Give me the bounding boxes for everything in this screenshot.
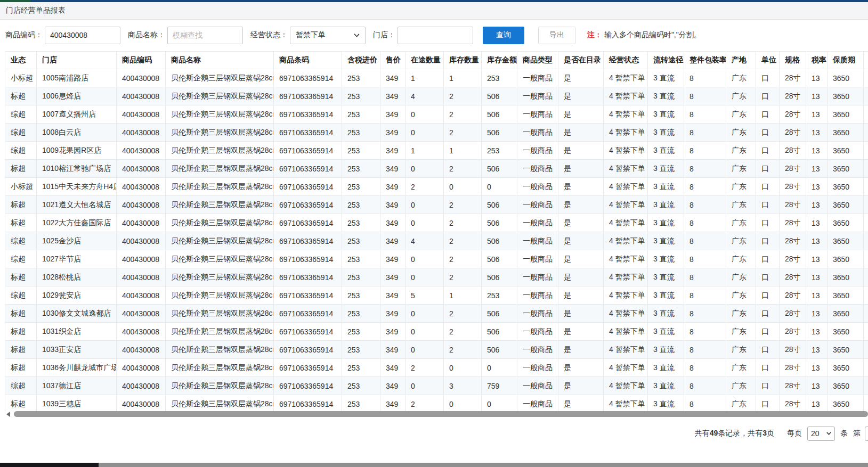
cell-clipped xyxy=(864,286,868,305)
cell-status: 4 暂禁下单 xyxy=(604,341,648,359)
cell-in_transit_qty: 0 xyxy=(405,105,444,124)
cell-price_with_tax: 253 xyxy=(342,377,380,395)
cell-clipped xyxy=(864,395,868,412)
cell-origin: 广东 xyxy=(726,305,756,323)
cell-status: 4 暂禁下单 xyxy=(604,178,648,196)
cell-circulation: 3 直流 xyxy=(648,250,684,268)
cell-barcode: 6971063365914 xyxy=(274,69,342,87)
cell-shelf_life: 3650 xyxy=(828,214,864,232)
bottom-bar-gray-segment[interactable] xyxy=(99,463,868,467)
cell-format: 标超 xyxy=(5,268,37,286)
business-status-selected-value: 暂禁下单 xyxy=(296,30,326,40)
table-row: 小标超1005南浦路店400430008贝伦斯企鹅三层钢双层蒸锅28cm6971… xyxy=(5,69,868,87)
cell-format: 综超 xyxy=(5,250,37,268)
cell-spec: 28寸 xyxy=(780,105,806,124)
cell-in_catalog: 是 xyxy=(558,395,604,412)
product-name-input[interactable] xyxy=(167,27,243,44)
cell-tax_rate: 13 xyxy=(806,286,828,305)
cell-stock_amount: 506 xyxy=(482,268,517,286)
cell-unit: 口 xyxy=(756,323,780,341)
cell-unit: 口 xyxy=(756,305,780,323)
cell-status: 4 暂禁下单 xyxy=(604,377,648,395)
cell-product_type: 一般商品 xyxy=(517,305,558,323)
cell-circulation: 3 直流 xyxy=(648,214,684,232)
column-header-tax_rate: 税率 xyxy=(806,52,828,69)
column-header-status: 经营状态 xyxy=(604,52,648,69)
column-header-in_catalog: 是否在目录 xyxy=(558,52,604,69)
cell-spec: 28寸 xyxy=(780,323,806,341)
cell-store: 1031织金店 xyxy=(37,323,117,341)
cell-circulation: 3 直流 xyxy=(648,323,684,341)
cell-unit: 口 xyxy=(756,395,780,412)
cell-format: 综超 xyxy=(5,142,37,160)
cell-price_with_tax: 253 xyxy=(342,124,380,142)
cell-barcode: 6971063365914 xyxy=(274,214,342,232)
cell-spec: 28寸 xyxy=(780,178,806,196)
cell-retail_price: 349 xyxy=(380,160,405,178)
horizontal-scrollbar[interactable] xyxy=(0,411,868,417)
cell-status: 4 暂禁下单 xyxy=(604,69,648,87)
cell-shelf_life: 3650 xyxy=(828,268,864,286)
cell-stock_qty: 2 xyxy=(444,196,482,214)
cell-spec: 28寸 xyxy=(780,69,806,87)
cell-retail_price: 349 xyxy=(380,359,405,377)
cell-format: 标超 xyxy=(5,196,37,214)
cell-product_type: 一般商品 xyxy=(517,124,558,142)
cell-status: 4 暂禁下单 xyxy=(604,142,648,160)
page-number-input[interactable] xyxy=(865,427,868,441)
cell-stock_qty: 0 xyxy=(444,359,482,377)
cell-stock_qty: 2 xyxy=(444,305,482,323)
cell-tax_rate: 13 xyxy=(806,305,828,323)
cell-price_with_tax: 253 xyxy=(342,305,380,323)
cell-product_name: 贝伦斯企鹅三层钢双层蒸锅28cm xyxy=(166,87,274,105)
cell-tax_rate: 13 xyxy=(806,105,828,124)
cell-shelf_life: 3650 xyxy=(828,341,864,359)
cell-in_transit_qty: 0 xyxy=(405,377,444,395)
store-input[interactable] xyxy=(398,27,473,44)
cell-product_code: 400430008 xyxy=(117,232,166,250)
column-header-store: 门店 xyxy=(37,52,117,69)
cell-price_with_tax: 253 xyxy=(342,142,380,160)
cell-product_code: 400430008 xyxy=(117,377,166,395)
page-size-select[interactable]: 20 xyxy=(807,427,835,441)
cell-shelf_life: 3650 xyxy=(828,105,864,124)
page-title: 门店经营单品报表 xyxy=(6,6,66,15)
cell-origin: 广东 xyxy=(726,377,756,395)
cell-stock_qty: 2 xyxy=(444,268,482,286)
cell-price_with_tax: 253 xyxy=(342,286,380,305)
cell-in_transit_qty: 1 xyxy=(405,142,444,160)
page-size-value: 20 xyxy=(811,429,820,438)
cell-retail_price: 349 xyxy=(380,268,405,286)
cell-in_catalog: 是 xyxy=(558,105,604,124)
cell-clipped xyxy=(864,87,868,105)
cell-spec: 28寸 xyxy=(780,160,806,178)
cell-store: 1037德江店 xyxy=(37,377,117,395)
cell-retail_price: 349 xyxy=(380,305,405,323)
cell-price_with_tax: 253 xyxy=(342,341,380,359)
cell-pack_rate: 8 xyxy=(684,142,726,160)
cell-store: 1030修文文城逸都店 xyxy=(37,305,117,323)
cell-circulation: 3 直流 xyxy=(648,160,684,178)
cell-origin: 广东 xyxy=(726,69,756,87)
scroll-left-arrow-icon[interactable] xyxy=(6,412,10,417)
export-button[interactable]: 导出 xyxy=(538,27,575,44)
cell-status: 4 暂禁下单 xyxy=(604,250,648,268)
product-code-input[interactable] xyxy=(45,27,120,44)
cell-shelf_life: 3650 xyxy=(828,250,864,268)
business-status-select[interactable]: 暂禁下单 xyxy=(290,27,366,44)
search-button[interactable]: 查询 xyxy=(483,27,524,44)
cell-stock_qty: 2 xyxy=(444,250,482,268)
cell-store: 1021遵义大恒名城店 xyxy=(37,196,117,214)
cell-tax_rate: 13 xyxy=(806,323,828,341)
cell-format: 综超 xyxy=(5,232,37,250)
cell-in_transit_qty: 2 xyxy=(405,178,444,196)
scrollbar-thumb[interactable] xyxy=(14,411,868,417)
cell-in_transit_qty: 0 xyxy=(405,124,444,142)
cell-clipped xyxy=(864,250,868,268)
cell-product_name: 贝伦斯企鹅三层钢双层蒸锅28cm xyxy=(166,341,274,359)
record-count: 49 xyxy=(710,429,718,437)
cell-in_catalog: 是 xyxy=(558,286,604,305)
cell-in_transit_qty: 0 xyxy=(405,250,444,268)
cell-circulation: 3 直流 xyxy=(648,305,684,323)
cell-stock_amount: 506 xyxy=(482,124,517,142)
